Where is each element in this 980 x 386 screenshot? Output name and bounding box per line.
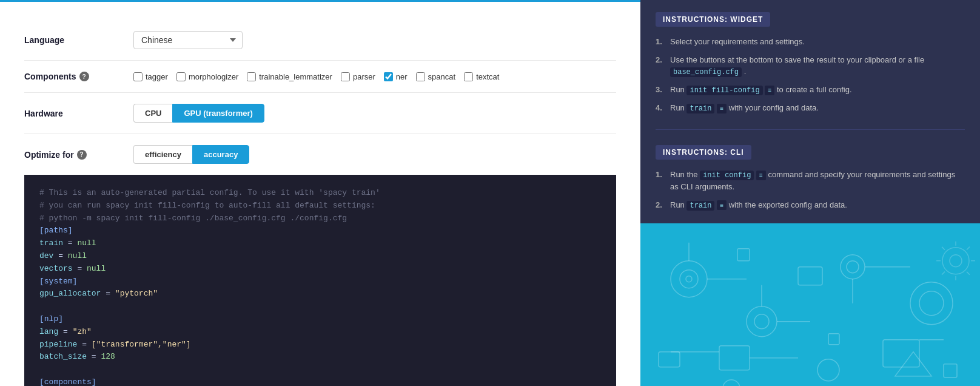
svg-rect-15 (798, 266, 822, 285)
components-list: tagger morphologizer trainable_lemmatize… (133, 72, 499, 81)
code-line-10 (39, 300, 601, 313)
language-row: Language Chinese Catalan Danish Dutch En… (24, 20, 616, 61)
svg-point-29 (950, 254, 962, 266)
svg-point-24 (723, 379, 740, 386)
language-select[interactable]: Chinese Catalan Danish Dutch English Fre… (133, 31, 243, 49)
deco-area: CSDN @凤潇潇 (640, 223, 980, 387)
spancat-checkbox[interactable] (416, 72, 425, 81)
components-help-icon[interactable]: ? (79, 72, 89, 81)
optimize-row: Optimize for ? efficiency accuracy (24, 134, 616, 175)
widget-step-2: 2. Use the buttons at the bottom to save… (656, 54, 965, 78)
optimize-label: Optimize for ? (24, 150, 121, 160)
code-line-5: train = null (39, 237, 601, 250)
code-line-1: # This is an auto-generated partial conf… (39, 187, 601, 200)
parser-checkbox[interactable] (341, 72, 350, 81)
svg-rect-20 (828, 333, 839, 344)
gpu-button[interactable]: GPU (transformer) (172, 104, 264, 123)
code-line-7: vectors = null (39, 263, 601, 276)
widget-step-4: 4. Run train ≡ with your config and data… (656, 102, 965, 114)
cpu-button[interactable]: CPU (133, 104, 172, 123)
components-row: Components ? tagger morphologizer traina… (24, 61, 616, 93)
left-panel: Language Chinese Catalan Danish Dutch En… (0, 0, 640, 386)
cli-steps-list: 1. Run the init config ≡ command and spe… (656, 169, 965, 211)
component-trainable-lemmatizer[interactable]: trainable_lemmatizer (247, 72, 332, 81)
component-textcat[interactable]: textcat (464, 72, 499, 81)
code-line-3: # python -m spacy init fill-config ./bas… (39, 212, 601, 225)
efficiency-button[interactable]: efficiency (133, 145, 192, 164)
cli-step-2: 2. Run train ≡ with the exported config … (656, 199, 965, 211)
svg-line-34 (942, 246, 945, 249)
widget-step-3: 3. Run init fill-config ≡ to create a fu… (656, 84, 965, 96)
svg-line-37 (967, 246, 970, 249)
component-ner[interactable]: ner (384, 72, 408, 81)
code-line-11: [nlp] (39, 313, 601, 326)
cli-title: INSTRUCTIONS: CLI (656, 145, 751, 160)
svg-point-2 (686, 276, 692, 282)
component-spancat[interactable]: spancat (416, 72, 456, 81)
code-line-6: dev = null (39, 250, 601, 263)
svg-marker-22 (895, 351, 931, 376)
svg-rect-16 (719, 345, 750, 370)
code-line-12: lang = "zh" (39, 326, 601, 339)
svg-point-7 (910, 282, 953, 324)
svg-point-6 (847, 260, 859, 273)
components-label: Components ? (24, 72, 121, 81)
svg-point-1 (680, 269, 698, 288)
code-line-8: [system] (39, 276, 601, 288)
component-tagger[interactable]: tagger (133, 72, 168, 81)
svg-rect-19 (737, 248, 750, 260)
optimize-help-icon[interactable]: ? (77, 150, 87, 160)
code-line-13: pipeline = ["transformer","ner"] (39, 339, 601, 351)
svg-point-5 (841, 254, 865, 279)
component-parser[interactable]: parser (341, 72, 375, 81)
cli-step-1: 1. Run the init config ≡ command and spe… (656, 169, 965, 193)
trainable-lemmatizer-checkbox[interactable] (247, 72, 256, 81)
svg-rect-21 (944, 364, 957, 377)
svg-point-23 (817, 359, 839, 381)
code-area: # This is an auto-generated partial conf… (24, 175, 616, 386)
code-line-14: batch_size = 128 (39, 351, 601, 364)
cli-instructions: INSTRUCTIONS: CLI 1. Run the init config… (640, 133, 980, 223)
component-morphologizer[interactable]: morphologizer (176, 72, 238, 81)
morphologizer-checkbox[interactable] (176, 72, 186, 81)
svg-rect-18 (659, 351, 680, 367)
language-label: Language (24, 35, 121, 45)
code-line-15 (39, 364, 601, 376)
accuracy-button[interactable]: accuracy (192, 145, 249, 164)
widget-instructions: INSTRUCTIONS: WIDGET 1. Select your requ… (640, 0, 980, 126)
textcat-checkbox[interactable] (464, 72, 473, 81)
deco-pattern-svg (640, 223, 980, 387)
svg-point-3 (747, 306, 777, 336)
widget-title: INSTRUCTIONS: WIDGET (656, 12, 770, 27)
hardware-label: Hardware (24, 109, 121, 118)
ner-checkbox[interactable] (384, 72, 393, 81)
code-line-2: # you can run spacy init fill-config to … (39, 200, 601, 212)
widget-step-1: 1. Select your requirements and settings… (656, 36, 965, 48)
optimize-buttons: efficiency accuracy (133, 145, 249, 164)
widget-steps-list: 1. Select your requirements and settings… (656, 36, 965, 114)
svg-point-4 (754, 314, 769, 328)
code-line-4: [paths] (39, 225, 601, 237)
tagger-checkbox[interactable] (133, 72, 143, 81)
svg-point-28 (942, 247, 969, 274)
hardware-buttons: CPU GPU (transformer) (133, 104, 264, 123)
code-line-16: [components] (39, 376, 601, 386)
svg-line-35 (967, 271, 970, 274)
code-line-9: gpu_allocator = "pytorch" (39, 288, 601, 300)
svg-point-8 (919, 291, 944, 315)
divider (656, 129, 965, 130)
svg-point-0 (671, 260, 707, 297)
svg-line-36 (942, 271, 945, 274)
right-panel: INSTRUCTIONS: WIDGET 1. Select your requ… (640, 0, 980, 386)
hardware-row: Hardware CPU GPU (transformer) (24, 93, 616, 134)
